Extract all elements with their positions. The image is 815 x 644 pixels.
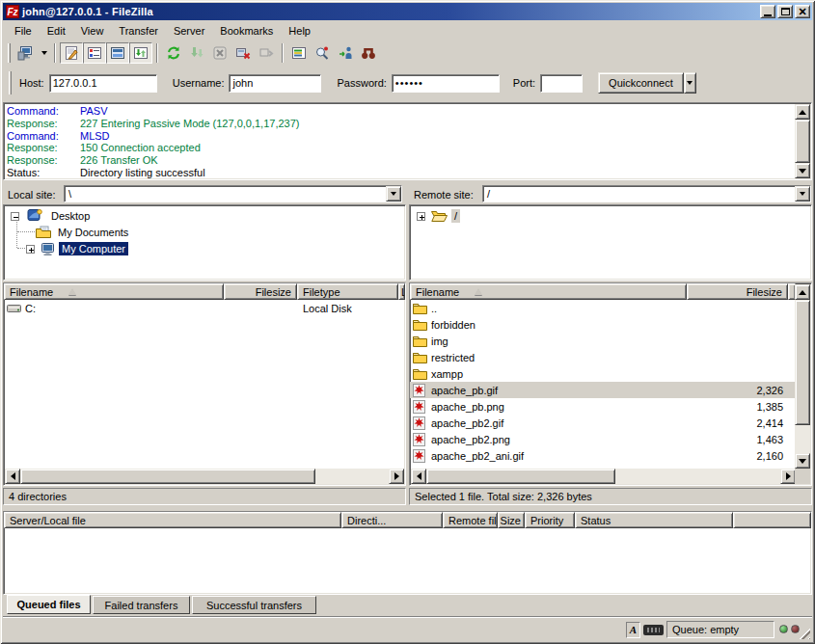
my-computer-icon [41,242,56,256]
menu-item-view[interactable]: View [73,23,112,39]
maximize-button[interactable] [777,5,793,18]
column-header-filesize[interactable]: Filesize [224,283,297,300]
quickconnect-grip[interactable] [9,71,12,94]
disconnect-button[interactable] [231,42,255,64]
column-header-status[interactable]: Status [575,512,733,528]
scroll-right-button[interactable] [389,469,404,484]
scroll-down-button[interactable] [795,163,810,178]
scroll-left-button[interactable] [411,469,426,484]
menu-item-server[interactable]: Server [166,23,212,39]
tree-item-root[interactable]: / [417,208,460,224]
tree-collapse-icon[interactable] [11,212,19,221]
menu-item-file[interactable]: File [7,23,40,39]
process-queue-icon [189,45,204,61]
column-header-server-local-file[interactable]: Server/Local file [4,512,341,528]
log-scrollbar[interactable] [795,104,810,178]
title-bar[interactable]: Fz john@127.0.0.1 - FileZilla ✕ [3,3,812,20]
tree-item-desktop[interactable]: Desktop [11,208,93,224]
host-input[interactable] [49,74,157,93]
file-row[interactable]: restricted [410,349,796,365]
local-site-value[interactable]: \ [65,186,386,201]
file-row[interactable]: img [410,333,796,349]
port-input[interactable] [540,74,583,93]
toggle-message-log-button[interactable] [60,42,83,64]
remote-site-label: Remote site: [414,185,474,203]
chevron-down-icon [41,51,47,55]
column-header-filler [733,512,811,528]
toggle-remote-tree-button[interactable] [106,42,129,64]
menu-item-edit[interactable]: Edit [40,23,73,39]
column-header-lastmodified[interactable]: L [398,283,405,300]
tree-expand-icon[interactable] [26,245,35,254]
directory-filters-button[interactable] [287,42,311,64]
scroll-down-button[interactable] [795,453,810,469]
toggle-queue-button[interactable] [129,42,152,64]
close-icon: ✕ [798,7,806,16]
menu-item-transfer[interactable]: Transfer [111,23,166,39]
file-row[interactable]: forbidden [410,316,796,333]
directory-comparison-button[interactable] [311,42,334,64]
file-row[interactable]: apache_pb2.png 1,463 [410,431,796,447]
scroll-up-button[interactable] [795,104,810,120]
tree-item-label: Desktop [48,209,93,223]
column-header-size[interactable]: Size [498,512,525,528]
reconnect-button[interactable] [255,42,278,64]
quickconnect-dropdown[interactable] [684,72,696,94]
scroll-right-button[interactable] [780,469,796,484]
file-row[interactable]: .. [410,300,796,316]
indicator-badge-icon[interactable] [643,625,664,635]
file-row[interactable]: apache_pb2.gif 2,414 [410,415,796,431]
transfer-type-indicator-icon[interactable]: A [626,622,640,638]
menu-item-help[interactable]: Help [281,23,318,39]
column-header-filename[interactable]: Filename [4,283,224,300]
close-button[interactable]: ✕ [795,5,810,18]
arrow-down-icon [799,459,806,464]
quickconnect-button[interactable]: Quickconnect [598,72,684,94]
column-header-filetype[interactable]: Filetype [297,283,398,300]
scroll-thumb[interactable] [426,469,615,484]
username-input[interactable] [229,74,321,93]
file-row[interactable]: apache_pb2_ani.gif 2,160 [410,447,796,464]
arrow-down-icon [799,169,806,174]
synchronized-browsing-button[interactable] [334,42,357,64]
find-files-button[interactable] [357,42,380,64]
scroll-thumb[interactable] [20,469,315,484]
column-header-direction[interactable]: Directi... [341,512,443,528]
tab-successful-transfers[interactable]: Successful transfers [192,596,316,614]
scroll-left-button[interactable] [5,469,20,484]
local-site-combobox[interactable]: \ [64,185,402,202]
cancel-operation-button[interactable] [208,42,231,64]
file-row-c-drive[interactable]: C: Local Disk [4,300,405,316]
tree-item-my-computer[interactable]: My Computer [26,241,128,256]
file-row-selected[interactable]: apache_pb.gif 2,326 [410,382,796,398]
scroll-up-button[interactable] [795,284,810,300]
password-input[interactable] [392,74,500,93]
remote-site-value[interactable]: / [483,186,795,201]
scroll-thumb[interactable] [795,120,810,163]
file-row[interactable]: apache_pb.png 1,385 [410,398,796,415]
minimize-button[interactable] [760,5,775,18]
refresh-button[interactable] [162,42,185,64]
tab-failed-transfers[interactable]: Failed transfers [93,596,190,614]
remote-vscrollbar[interactable] [795,284,810,469]
remote-hscrollbar[interactable] [411,469,796,484]
site-manager-dropdown[interactable] [38,42,50,64]
column-header-priority[interactable]: Priority [525,512,575,528]
tree-item-my-documents[interactable]: My Documents [36,225,131,240]
column-header-remote-file[interactable]: Remote file [443,512,498,528]
local-hscrollbar[interactable] [5,469,404,484]
tree-expand-icon[interactable] [417,212,425,221]
column-header-filesize[interactable]: Filesize [687,283,788,300]
file-row[interactable]: xampp [410,365,796,382]
column-header-filename[interactable]: Filename [410,283,687,300]
tab-queued-files[interactable]: Queued files [7,595,91,614]
combo-dropdown-button[interactable] [795,186,810,201]
toolbar-grip[interactable] [8,43,11,63]
toggle-local-tree-button[interactable] [83,42,106,64]
menu-item-bookmarks[interactable]: Bookmarks [212,23,281,39]
scroll-thumb[interactable] [795,300,810,425]
remote-site-combobox[interactable]: / [482,185,811,202]
process-queue-button[interactable] [185,42,208,64]
site-manager-button[interactable] [14,42,38,64]
combo-dropdown-button[interactable] [386,186,401,201]
